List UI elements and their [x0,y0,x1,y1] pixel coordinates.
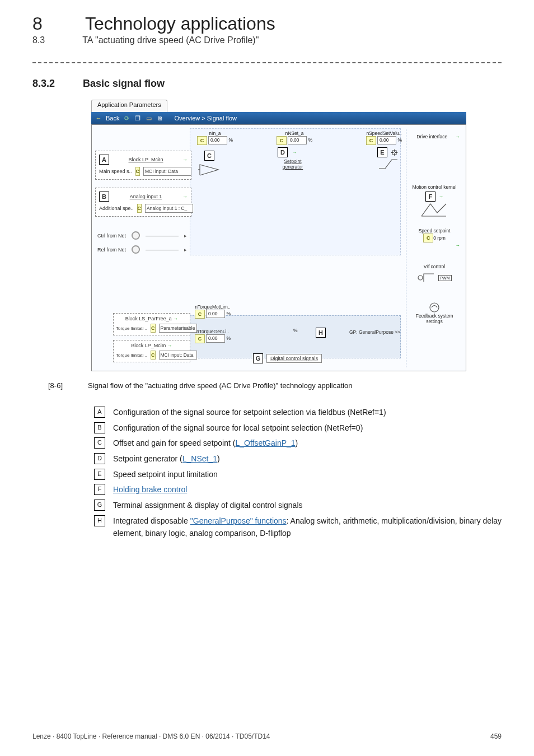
marker-f: F [425,192,435,202]
section-number: 8.3.2 [32,78,80,90]
page-icon[interactable]: 🗎 [156,114,164,122]
ctrl-from-net-label: Ctrl from Net [97,233,126,239]
toolbar: ← Back ⟳ ❐ ▭ 🗎 Overview > Signal flow [91,112,466,124]
c-chip-icon[interactable]: C [195,310,205,319]
lp-mciin-dropdown[interactable]: MCI input: Data [159,351,197,360]
marker-d: D [278,147,288,157]
c-chip-icon[interactable]: C [151,351,156,360]
motion-kernel-label[interactable]: Motion control kernel [409,184,460,190]
footer-left: Lenze · 8400 TopLine · Reference manual … [32,732,270,740]
block-a: A Block LP_MciIn → Main speed s.. C MCI … [95,151,191,180]
caption-id: [8-6] [48,381,79,390]
block-g: G Digital control signals [253,353,322,363]
subsection-title: TA "actuating drive speed (AC Drive Prof… [82,35,259,45]
chapter-number: 8 [32,13,80,34]
legend-marker-a: A [94,407,105,418]
ls-parfree-dropdown[interactable]: Parameterisable [159,324,197,333]
legend-marker-e: E [94,469,105,480]
legend-b-text: Configuration of the signal source for l… [113,422,363,435]
ntorque-gen-label: nTorqueGenLi.. [195,329,231,334]
chapter-title: Technology applications [85,13,275,34]
marker-h-box: H [316,328,326,338]
vf-control-label[interactable]: V/f control [409,264,460,269]
link-holding-brake[interactable]: Holding brake control [113,485,187,494]
block-c: C [198,151,221,178]
lp-mciin-label: Block LP_MciIn [131,343,166,348]
c-chip-icon[interactable]: C [197,136,207,145]
footer-page-number: 459 [490,732,502,740]
block-d: D → Setpoint generator [278,147,308,170]
ref-from-net-label: Ref from Net [97,247,126,253]
arrow-right-icon: → [182,157,188,162]
block-b-dropdown[interactable]: Analog input 1 : C_ [145,204,193,213]
arrow-right-icon: → [173,316,178,321]
caption-text: Signal flow of the "actuating drive spee… [88,381,352,390]
c-chip-icon[interactable]: C [135,167,140,176]
window-icon[interactable]: ❐ [134,114,142,122]
limiter-icon: ⯐ [391,148,399,157]
speed-setpoint-label: Speed setpoint [409,228,460,234]
ls-parfree-row-label: Torque limitati .. [116,326,147,331]
setpoint-generator-link[interactable]: Setpoint generator [278,158,308,170]
marker-c: C [204,151,214,161]
c-chip-icon[interactable]: C [195,334,205,343]
breadcrumb: Overview > Signal flow [174,115,237,122]
nnset-a-value: nNSet_a C0.00 % [277,130,312,145]
ntorque-mot-label: nTorqueMotLim.. [195,304,231,310]
link-l-nset-1[interactable]: L_NSet_1 [182,454,217,463]
c-chip-icon[interactable]: C [151,324,156,333]
legend-marker-c: C [94,437,105,449]
nin-a-value: nIn_a C0.00 % [197,130,233,145]
link-l-offsetgainp-1[interactable]: L_OffsetGainP_1 [235,438,295,447]
c-chip-icon[interactable]: C [277,136,287,145]
figure-caption: [8-6] Signal flow of the "actuating driv… [48,381,502,390]
c-chip-icon[interactable]: C [423,234,433,242]
arrow-right-icon: → [456,134,461,139]
legend-e-text: Speed setpoint input limitation [113,469,218,481]
marker-b: B [99,192,109,202]
subsection-heading: 8.3 TA "actuating drive speed (AC Drive … [32,35,502,45]
gp-link[interactable]: GP: GeneralPurpose >> [349,329,400,335]
ctrl-from-net-indicator [132,231,140,240]
marker-h: H [316,328,326,338]
legend-a-text: Configuration of the signal source for s… [113,407,386,419]
refresh-icon[interactable]: ⟳ [123,114,130,122]
nspeed-value: nSpeedSetValu.. C0.00 % [366,130,402,145]
back-label[interactable]: Back [106,115,119,122]
legend-marker-b: B [94,422,105,433]
c-chip-icon[interactable]: C [366,136,376,145]
pwm-label: PWM [438,275,451,281]
section-title: Basic signal flow [83,78,165,89]
marker-a: A [99,155,109,165]
marker-g: G [253,353,263,363]
svg-point-3 [430,303,439,312]
signal-flow-figure: Application Parameters ← Back ⟳ ❐ ▭ 🗎 Ov… [91,100,466,371]
mid-pct: % [293,328,298,333]
block-b-title[interactable]: Analog input 1 [130,194,162,199]
card-icon[interactable]: ▭ [145,114,153,122]
legend-marker-f: F [94,484,105,495]
legend-marker-d: D [94,453,105,464]
right-column: →Drive interface Motion control kernel F… [406,129,462,367]
nin-a-label: nIn_a [197,130,233,136]
c-chip-icon[interactable]: C [137,204,142,213]
block-e: E ⯐ [377,147,400,171]
link-general-purpose[interactable]: "GeneralPurpose" functions [190,516,287,525]
block-a-dropdown[interactable]: MCI input: Data [143,167,191,176]
page-footer: Lenze · 8400 TopLine · Reference manual … [32,732,502,740]
arrow-right-icon: → [439,194,444,199]
digital-signals-link[interactable]: Digital control signals [270,356,318,361]
lp-mciin-row-label: Torque limitati .. [116,353,147,358]
section-heading: 8.3.2 Basic signal flow [32,78,502,90]
drive-interface-label[interactable]: Drive interface [409,134,460,139]
subsection-number: 8.3 [32,35,80,45]
block-a-row-label: Main speed s.. [99,169,132,174]
block-a-title[interactable]: Block LP_MciIn [128,157,163,162]
back-arrow-icon[interactable]: ← [95,114,102,122]
legend: AConfiguration of the signal source for … [94,407,502,539]
svg-point-2 [418,276,423,280]
block-lp-mciin-lower: Block LP_MciIn → Torque limitati .. C MC… [113,340,190,362]
marker-e: E [377,147,387,157]
arrow-right-icon: → [456,242,461,248]
feedback-label[interactable]: Feedback system settings [409,313,460,324]
